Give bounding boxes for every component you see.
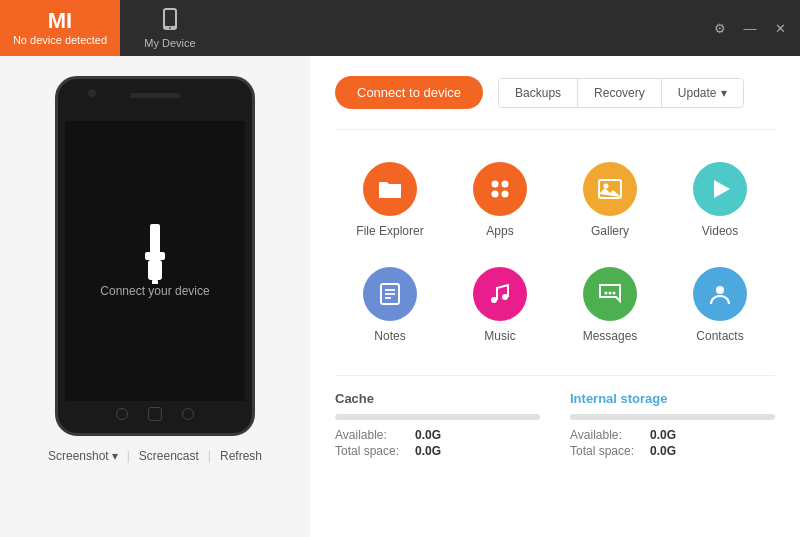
svg-point-19 xyxy=(502,294,508,300)
messages-circle xyxy=(583,267,637,321)
tab-backups[interactable]: Backups xyxy=(499,79,578,107)
videos-item[interactable]: Videos xyxy=(665,150,775,250)
connect-to-device-button[interactable]: Connect to device xyxy=(335,76,483,109)
title-bar: MI No device detected My Device ⚙ — ✕ xyxy=(0,0,800,56)
svg-rect-5 xyxy=(148,260,162,280)
messages-label: Messages xyxy=(583,329,638,343)
internal-available-row: Available: 0.0G xyxy=(570,428,775,442)
messages-icon xyxy=(596,280,624,308)
settings-icon[interactable]: ⚙ xyxy=(710,18,730,38)
connect-device-text: Connect your device xyxy=(100,284,209,298)
music-icon xyxy=(486,280,514,308)
svg-point-20 xyxy=(605,292,608,295)
bottom-toolbar: Screenshot ▾ | Screencast | Refresh xyxy=(43,446,267,466)
music-item[interactable]: Music xyxy=(445,255,555,355)
contacts-item[interactable]: Contacts xyxy=(665,255,775,355)
left-panel: Connect your device Screenshot ▾ | Scree… xyxy=(0,56,310,537)
top-actions: Connect to device Backups Recovery Updat… xyxy=(335,76,775,109)
close-button[interactable]: ✕ xyxy=(770,18,790,38)
minimize-button[interactable]: — xyxy=(740,18,760,38)
internal-total-label: Total space: xyxy=(570,444,650,458)
main-content: Connect your device Screenshot ▾ | Scree… xyxy=(0,56,800,537)
file-explorer-circle xyxy=(363,162,417,216)
messages-item[interactable]: Messages xyxy=(555,255,665,355)
tab-update[interactable]: Update ▾ xyxy=(662,79,743,107)
phone-home-area xyxy=(116,407,194,421)
svg-point-12 xyxy=(604,184,609,189)
contacts-circle xyxy=(693,267,747,321)
svg-point-23 xyxy=(716,286,724,294)
window-controls: ⚙ — ✕ xyxy=(710,18,800,38)
notes-item[interactable]: Notes xyxy=(335,255,445,355)
file-explorer-label: File Explorer xyxy=(356,224,423,238)
svg-point-9 xyxy=(492,191,499,198)
phone-home-btn xyxy=(148,407,162,421)
cache-total-row: Total space: 0.0G xyxy=(335,444,540,458)
tab-group: Backups Recovery Update ▾ xyxy=(498,78,743,108)
phone-speaker xyxy=(130,93,180,98)
music-label: Music xyxy=(484,329,515,343)
tab-recovery[interactable]: Recovery xyxy=(578,79,662,107)
my-device-label: My Device xyxy=(144,37,195,49)
refresh-button[interactable]: Refresh xyxy=(215,446,267,466)
internal-total-row: Total space: 0.0G xyxy=(570,444,775,458)
divider-2: | xyxy=(208,449,211,463)
videos-circle xyxy=(693,162,747,216)
notes-icon xyxy=(376,280,404,308)
gallery-icon xyxy=(596,175,624,203)
screenshot-button[interactable]: Screenshot ▾ xyxy=(43,446,123,466)
phone-menu-btn xyxy=(182,408,194,420)
contacts-label: Contacts xyxy=(696,329,743,343)
cache-bar xyxy=(335,414,540,420)
videos-label: Videos xyxy=(702,224,738,238)
svg-rect-3 xyxy=(150,224,160,254)
contacts-icon xyxy=(706,280,734,308)
internal-bar xyxy=(570,414,775,420)
internal-total-value: 0.0G xyxy=(650,444,676,458)
mi-logo: MI xyxy=(48,10,72,32)
internal-storage: Internal storage Available: 0.0G Total s… xyxy=(570,391,775,458)
svg-point-10 xyxy=(502,191,509,198)
cache-available-row: Available: 0.0G xyxy=(335,428,540,442)
svg-point-22 xyxy=(613,292,616,295)
screenshot-label: Screenshot xyxy=(48,449,109,463)
divider-1: | xyxy=(127,449,130,463)
svg-rect-4 xyxy=(145,252,165,260)
internal-title: Internal storage xyxy=(570,391,775,406)
phone-icon xyxy=(161,8,179,35)
screencast-button[interactable]: Screencast xyxy=(134,446,204,466)
mi-logo-tab[interactable]: MI No device detected xyxy=(0,0,120,56)
cache-storage: Cache Available: 0.0G Total space: 0.0G xyxy=(335,391,540,458)
folder-icon xyxy=(376,175,404,203)
apps-item[interactable]: Apps xyxy=(445,150,555,250)
gallery-item[interactable]: Gallery xyxy=(555,150,665,250)
file-explorer-item[interactable]: File Explorer xyxy=(335,150,445,250)
cache-available-value: 0.0G xyxy=(415,428,441,442)
feature-icons-grid: File Explorer Apps xyxy=(335,150,775,355)
update-dropdown-arrow: ▾ xyxy=(721,86,727,100)
cache-title: Cache xyxy=(335,391,540,406)
screenshot-arrow: ▾ xyxy=(112,449,118,463)
phone-body: Connect your device xyxy=(55,76,255,436)
storage-section: Cache Available: 0.0G Total space: 0.0G xyxy=(335,375,775,458)
right-panel: Connect to device Backups Recovery Updat… xyxy=(310,56,800,537)
notes-label: Notes xyxy=(374,329,405,343)
cache-total-label: Total space: xyxy=(335,444,415,458)
internal-available-label: Available: xyxy=(570,428,650,442)
section-divider xyxy=(335,129,775,130)
apps-icon xyxy=(486,175,514,203)
my-device-tab[interactable]: My Device xyxy=(120,0,220,56)
cache-available-label: Available: xyxy=(335,428,415,442)
usb-icon xyxy=(130,224,180,284)
refresh-label: Refresh xyxy=(220,449,262,463)
svg-point-8 xyxy=(502,181,509,188)
phone-screen: Connect your device xyxy=(65,121,245,401)
notes-circle xyxy=(363,267,417,321)
svg-point-18 xyxy=(491,297,497,303)
cache-info: Available: 0.0G Total space: 0.0G xyxy=(335,428,540,458)
svg-marker-13 xyxy=(714,180,730,198)
apps-label: Apps xyxy=(486,224,513,238)
gallery-label: Gallery xyxy=(591,224,629,238)
apps-circle xyxy=(473,162,527,216)
gallery-circle xyxy=(583,162,637,216)
